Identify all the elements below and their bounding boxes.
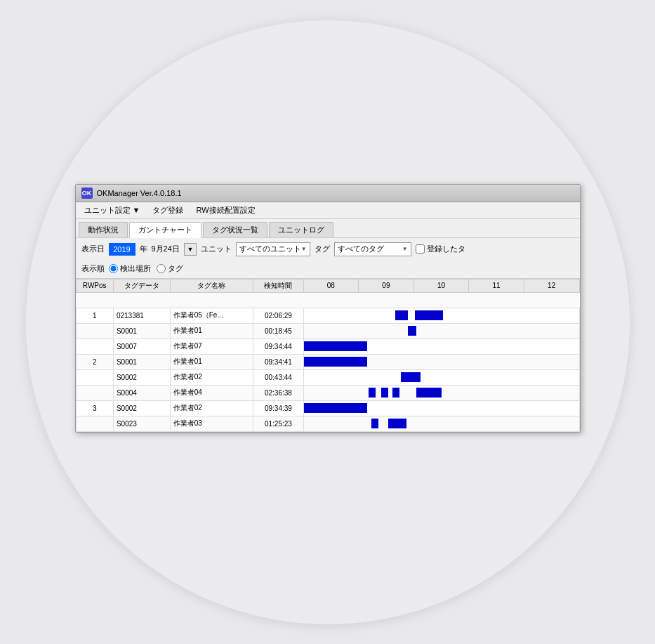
cell-rwpos: 1 xyxy=(76,308,113,323)
cell-time: 00:43:44 xyxy=(253,369,303,385)
chart-area xyxy=(304,324,536,337)
chart-area xyxy=(304,340,536,353)
radio-detection-location[interactable]: 検出場所 xyxy=(109,263,151,274)
cell-time: 01:25:23 xyxy=(253,416,303,431)
gantt-bar xyxy=(415,310,443,320)
gantt-table-wrapper: RWPos タグデータ タグ名称 検知時間 08 09 10 11 12 xyxy=(76,279,580,432)
gantt-bar xyxy=(304,357,367,367)
unit-dropdown[interactable]: すべてのユニット ▼ xyxy=(236,242,310,256)
radio-group-display-order: 検出場所 タグ xyxy=(109,263,183,274)
registered-tag-checkbox[interactable] xyxy=(416,244,425,254)
cell-time: 09:34:44 xyxy=(253,339,303,354)
chart-area xyxy=(304,355,536,368)
header-time: 検知時間 xyxy=(253,279,303,292)
gantt-table: RWPos タグデータ タグ名称 検知時間 08 09 10 11 12 xyxy=(76,279,580,432)
chart-area xyxy=(304,309,536,322)
cell-chart xyxy=(303,323,579,339)
cell-tagdata: S0023 xyxy=(113,416,170,431)
radio-tag[interactable]: タグ xyxy=(157,263,183,274)
table-header-row: RWPos タグデータ タグ名称 検知時間 08 09 10 11 12 xyxy=(76,279,579,292)
cell-rwpos xyxy=(76,323,113,339)
application-window: OK OKManager Ver.4.0.18.1 ユニット設定 ▼ タグ登録 … xyxy=(75,184,581,433)
header-h11: 11 xyxy=(469,279,524,292)
chart-area xyxy=(304,402,536,414)
gantt-bar xyxy=(304,341,367,351)
menu-unit-settings[interactable]: ユニット設定 ▼ xyxy=(79,204,146,217)
gantt-bar xyxy=(371,419,378,428)
table-row: 2 S0001 作業者01 09:34:41 xyxy=(76,354,579,369)
menu-bar: ユニット設定 ▼ タグ登録 RW接続配置設定 xyxy=(76,202,580,219)
gantt-bar xyxy=(392,388,399,397)
display-order-label: 表示順 xyxy=(81,263,105,274)
cell-tagname: 作業者01 xyxy=(170,354,253,369)
cell-chart xyxy=(303,385,579,400)
cell-tagdata: S0001 xyxy=(113,323,170,339)
header-tagdata: タグデータ xyxy=(113,279,170,292)
date-label: 表示日 xyxy=(81,244,105,254)
menu-rw-settings[interactable]: RW接続配置設定 xyxy=(190,204,260,217)
gantt-bar xyxy=(304,403,367,413)
cell-rwpos xyxy=(76,339,113,354)
cell-chart xyxy=(303,416,579,431)
cell-tagname: 作業者01 xyxy=(170,323,253,339)
chart-area xyxy=(304,417,536,430)
cell-rwpos: 3 xyxy=(76,400,113,416)
toolbar: 表示日 2019 年 9月24日 ▼ ユニット すべてのユニット ▼ タグ すべ… xyxy=(76,238,580,278)
cell-tagname: 作業者02 xyxy=(170,400,253,416)
divider-row xyxy=(76,292,579,308)
table-row: S0004 作業者04 02:36:38 xyxy=(76,385,579,400)
cell-time: 00:18:45 xyxy=(253,323,303,339)
header-h10: 10 xyxy=(413,279,469,292)
cell-chart xyxy=(303,369,579,385)
gantt-bar xyxy=(381,388,388,397)
window-title: OKManager Ver.4.0.18.1 xyxy=(97,189,182,197)
tab-gantt-chart[interactable]: ガントチャート xyxy=(129,222,201,238)
cell-rwpos xyxy=(76,385,113,400)
unit-dropdown-arrow: ▼ xyxy=(301,246,307,252)
unit-label: ユニット xyxy=(201,244,232,254)
cell-chart xyxy=(303,400,579,416)
calendar-button[interactable]: ▼ xyxy=(184,243,197,256)
gantt-bar xyxy=(416,388,442,397)
menu-tag-register[interactable]: タグ登録 xyxy=(147,204,189,217)
cell-time: 09:34:41 xyxy=(253,354,303,369)
gantt-bar xyxy=(388,419,406,428)
cell-chart xyxy=(303,354,579,369)
tag-dropdown-arrow: ▼ xyxy=(402,246,408,252)
cell-chart xyxy=(303,308,579,323)
tabs-bar: 動作状況 ガントチャート タグ状況一覧 ユニットログ xyxy=(76,219,580,238)
cell-time: 02:06:29 xyxy=(253,308,303,323)
cell-time: 09:34:39 xyxy=(253,400,303,416)
header-h08: 08 xyxy=(303,279,359,292)
date-rest: 9月24日 xyxy=(152,244,180,254)
toolbar-row-1: 表示日 2019 年 9月24日 ▼ ユニット すべてのユニット ▼ タグ すべ… xyxy=(81,242,574,256)
table-row: S0001 作業者01 00:18:45 xyxy=(76,323,579,339)
gantt-bar xyxy=(401,372,421,382)
gantt-bar xyxy=(395,310,408,320)
cell-tagdata: S0002 xyxy=(113,369,170,385)
cell-rwpos: 2 xyxy=(76,354,113,369)
chart-area xyxy=(304,386,536,399)
cell-time: 02:36:38 xyxy=(253,385,303,400)
gantt-bar xyxy=(369,388,376,397)
cell-tagdata: 0213381 xyxy=(113,308,170,323)
cell-tagname: 作業者03 xyxy=(170,416,253,431)
tab-tag-status-list[interactable]: タグ状況一覧 xyxy=(203,222,267,237)
cell-rwpos xyxy=(76,369,113,385)
app-icon: OK xyxy=(81,188,93,199)
table-row: 3 S0002 作業者02 09:34:39 xyxy=(76,400,579,416)
table-row: S0002 作業者02 00:43:44 xyxy=(76,369,579,385)
cell-tagdata: S0002 xyxy=(113,400,170,416)
cell-tagname: 作業者07 xyxy=(170,339,253,354)
date-year-suffix: 年 xyxy=(140,244,147,254)
tag-dropdown[interactable]: すべてのタグ ▼ xyxy=(334,242,411,256)
date-year-input[interactable]: 2019 xyxy=(109,243,135,256)
cell-tagdata: S0004 xyxy=(113,385,170,400)
tab-unit-log[interactable]: ユニットログ xyxy=(269,222,333,237)
tab-operation-status[interactable]: 動作状況 xyxy=(79,222,128,237)
table-row: S0023 作業者03 01:25:23 xyxy=(76,416,579,431)
header-tagname: タグ名称 xyxy=(170,279,253,292)
cell-rwpos xyxy=(76,416,113,431)
cell-tagname: 作業者04 xyxy=(170,385,253,400)
cell-chart xyxy=(303,339,579,354)
